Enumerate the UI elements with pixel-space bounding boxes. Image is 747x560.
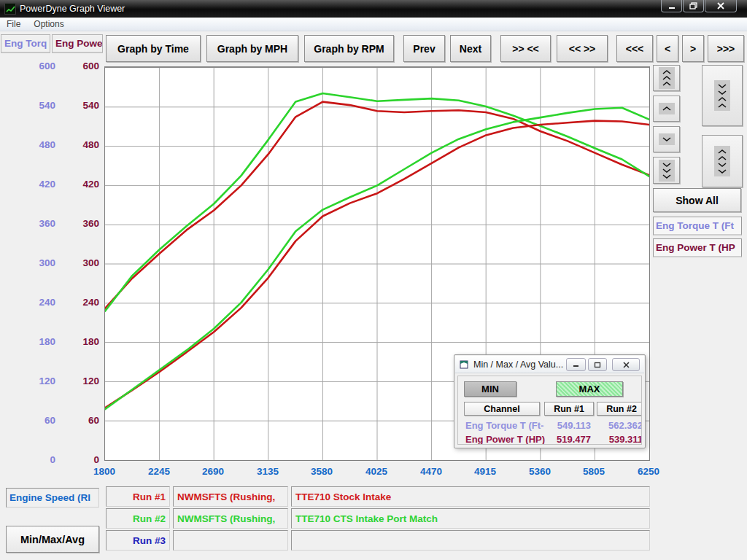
scroll-right-button[interactable]: > (682, 35, 704, 62)
graph-by-time-button[interactable]: Graph by Time (106, 35, 201, 62)
minmax-minimize-button[interactable] (566, 358, 586, 371)
power-run1-max: 519.477 (540, 434, 591, 445)
collapse-vertical-icon (714, 80, 730, 111)
rpm-x-tick: 4470 (408, 466, 454, 477)
run1-note-box: TTE710 Stock Intake (291, 486, 650, 507)
zoom-out-x-button[interactable]: << >> (557, 35, 608, 62)
scroll-far-left-button[interactable]: <<< (616, 35, 653, 62)
y-scroll-up-button[interactable] (653, 96, 680, 122)
powerdyne-window: { "window": { "title": "PowerDyne Graph … (0, 0, 747, 560)
min-button[interactable]: MIN (464, 381, 516, 397)
maximize-button[interactable] (683, 0, 704, 12)
power-y-tick: 300 (44, 257, 99, 269)
torque-axis-header[interactable]: Eng Torq (1, 34, 50, 53)
minmax-restore-button[interactable] (588, 358, 607, 371)
power-y-tick: 0 (44, 454, 99, 466)
form-icon (460, 360, 469, 369)
menu-bar: File Options (0, 18, 747, 31)
x-axis-title-box: Engine Speed (RI (6, 488, 99, 508)
rpm-x-tick: 5805 (570, 466, 617, 477)
minmax-close-button[interactable] (612, 358, 640, 371)
torque-run1-max: 549.113 (540, 420, 591, 431)
window-title: PowerDyne Graph Viewer (20, 4, 125, 14)
y-scroll-down-button[interactable] (653, 126, 680, 152)
rpm-x-tick: 2245 (136, 466, 182, 477)
power-y-tick: 420 (44, 179, 99, 190)
run3-note-box (291, 530, 650, 551)
minimize-button[interactable] (661, 0, 682, 12)
triple-chevron-up-icon (659, 67, 675, 89)
y-scroll-up-fast-button[interactable] (653, 65, 680, 91)
min-max-avg-window[interactable]: Min / Max / Avg Valu... MIN MAX Channel … (454, 354, 646, 448)
run3-label: Run #3 (106, 530, 170, 551)
rpm-x-tick: 3580 (298, 466, 345, 477)
menu-options[interactable]: Options (27, 18, 70, 30)
next-button[interactable]: Next (450, 35, 491, 62)
run2-label: Run #2 (106, 508, 170, 529)
rpm-x-tick: 3135 (244, 466, 291, 477)
show-all-button[interactable]: Show All (653, 188, 741, 212)
chevron-down-icon (659, 133, 675, 145)
run1-source-box: NWMSFTS (Rushing, (173, 486, 288, 507)
rpm-x-tick: 5360 (516, 466, 563, 477)
chevron-up-icon (659, 103, 675, 114)
rpm-x-tick: 6250 (625, 466, 672, 477)
y-zoom-in-button[interactable] (702, 65, 743, 126)
power-y-tick: 600 (44, 61, 99, 72)
power-row-label: Eng Power T (HP) (465, 434, 545, 445)
rpm-x-tick: 4915 (462, 466, 508, 477)
power-y-tick: 60 (44, 415, 99, 427)
scroll-left-button[interactable]: < (657, 35, 678, 62)
power-y-tick: 120 (44, 376, 99, 387)
torque-channel-label[interactable]: Eng Torque T (Ft (653, 217, 742, 236)
minmax-title-bar[interactable]: Min / Max / Avg Valu... (455, 356, 644, 373)
power-y-tick: 240 (44, 297, 99, 308)
torque-row-label: Eng Torque T (Ft- (465, 420, 543, 431)
rpm-x-tick: 2690 (190, 466, 236, 477)
power-y-tick: 360 (44, 218, 99, 230)
run2-note-box: TTE710 CTS Intake Port Match (291, 508, 650, 529)
close-button[interactable] (705, 0, 737, 12)
power-axis-header[interactable]: Eng Powe (52, 34, 103, 53)
minmax-window-title: Min / Max / Avg Valu... (473, 359, 563, 370)
y-zoom-out-button[interactable] (702, 135, 743, 187)
rpm-x-tick: 1800 (81, 466, 128, 477)
run3-source-box (173, 530, 288, 551)
power-channel-label[interactable]: Eng Power T (HP (653, 238, 742, 257)
prev-button[interactable]: Prev (403, 35, 445, 62)
power-y-tick: 180 (44, 336, 99, 348)
graph-by-rpm-button[interactable]: Graph by RPM (304, 35, 394, 62)
channel-column-header[interactable]: Channel (464, 402, 540, 416)
y-scroll-down-fast-button[interactable] (653, 157, 680, 184)
minmax-content: MIN MAX Channel Run #1 Run #2 Eng Torque… (457, 376, 642, 445)
power-y-tick: 480 (44, 139, 99, 151)
graph-by-mph-button[interactable]: Graph by MPH (206, 35, 298, 62)
power-run2-max: 539.311 (592, 434, 642, 445)
title-bar[interactable]: PowerDyne Graph Viewer (0, 0, 747, 18)
triple-chevron-down-icon (659, 160, 675, 182)
menu-file[interactable]: File (0, 18, 27, 30)
scroll-far-right-button[interactable]: >>> (708, 35, 744, 62)
min-max-avg-button[interactable]: Min/Max/Avg (6, 526, 99, 553)
torque-run2-max: 562.362 (592, 420, 642, 431)
run1-label: Run #1 (106, 486, 170, 507)
power-y-tick: 540 (44, 100, 99, 112)
app-icon (4, 3, 16, 15)
max-button[interactable]: MAX (556, 381, 623, 397)
rpm-x-tick: 4025 (353, 466, 400, 477)
run2-source-box: NWMSFTS (Rushing, (173, 508, 288, 529)
expand-vertical-icon (714, 146, 730, 176)
zoom-in-x-button[interactable]: >> << (500, 35, 551, 62)
run2-column-header[interactable]: Run #2 (597, 402, 642, 416)
run1-column-header[interactable]: Run #1 (544, 402, 594, 416)
